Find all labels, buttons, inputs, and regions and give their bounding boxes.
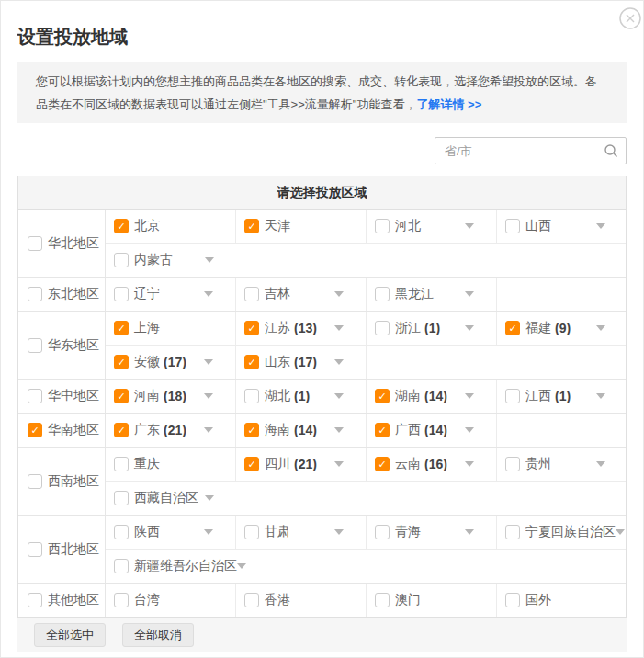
- chevron-down-icon[interactable]: [465, 223, 474, 229]
- province-checkbox[interactable]: ✓: [244, 457, 259, 471]
- chevron-down-icon[interactable]: [465, 427, 474, 433]
- row-filler: [236, 244, 626, 277]
- province-checkbox[interactable]: [505, 389, 520, 403]
- search-icon[interactable]: [604, 143, 618, 162]
- province-subrow: 内蒙古: [106, 243, 626, 277]
- province-checkbox[interactable]: [505, 525, 520, 539]
- province-checkbox[interactable]: [375, 525, 390, 539]
- province-subrow: ✓广东(21)✓海南(14)✓广西(14): [106, 414, 626, 447]
- group-checkbox[interactable]: [28, 593, 42, 607]
- deselect-all-button[interactable]: 全部取消: [122, 623, 194, 647]
- region-group-row: 西南地区重庆✓四川(21)✓云南(16)贵州西藏自治区: [18, 447, 626, 515]
- chevron-down-icon[interactable]: [596, 393, 605, 399]
- check-icon: ✓: [247, 357, 255, 368]
- check-icon: ✓: [247, 323, 255, 334]
- province-item: 甘肃: [236, 516, 367, 549]
- group-checkbox[interactable]: [28, 236, 42, 251]
- province-checkbox[interactable]: [244, 389, 259, 403]
- province-checkbox[interactable]: ✓: [375, 423, 390, 437]
- province-checkbox[interactable]: [244, 525, 259, 539]
- province-checkbox[interactable]: [505, 219, 520, 233]
- chevron-down-icon[interactable]: [205, 257, 214, 263]
- province-checkbox[interactable]: [114, 559, 129, 573]
- chevron-down-icon[interactable]: [204, 529, 213, 535]
- province-checkbox[interactable]: [375, 321, 390, 335]
- search-row: [17, 137, 627, 164]
- chevron-down-icon[interactable]: [204, 359, 213, 365]
- province-checkbox[interactable]: [114, 457, 129, 471]
- province-checkbox[interactable]: ✓: [244, 321, 259, 335]
- region-group-row: 华中地区✓河南(18)湖北(1)✓湖南(14)江西(1): [18, 379, 626, 413]
- chevron-down-icon[interactable]: [204, 291, 213, 297]
- province-checkbox[interactable]: ✓: [114, 389, 129, 403]
- chevron-down-icon[interactable]: [334, 359, 344, 365]
- chevron-down-icon[interactable]: [465, 461, 474, 467]
- province-checkbox[interactable]: [505, 593, 520, 607]
- province-checkbox[interactable]: [114, 491, 129, 505]
- province-checkbox[interactable]: ✓: [114, 219, 129, 233]
- province-checkbox[interactable]: ✓: [244, 423, 259, 437]
- chevron-down-icon[interactable]: [596, 325, 605, 331]
- province-checkbox[interactable]: ✓: [375, 389, 390, 403]
- chevron-down-icon[interactable]: [204, 427, 213, 433]
- group-checkbox[interactable]: ✓: [28, 423, 42, 437]
- province-label: 青海: [395, 524, 421, 540]
- chevron-down-icon[interactable]: [205, 495, 214, 501]
- chevron-down-icon[interactable]: [465, 325, 474, 331]
- province-label: 山西: [525, 218, 551, 234]
- province-item: 江西(1): [497, 380, 627, 413]
- province-label: 澳门: [395, 592, 421, 608]
- check-icon: ✓: [247, 459, 255, 470]
- chevron-down-icon[interactable]: [334, 461, 344, 467]
- chevron-down-icon[interactable]: [465, 529, 474, 535]
- region-group-label: 华南地区: [48, 422, 99, 438]
- province-checkbox[interactable]: [114, 593, 129, 607]
- chevron-down-icon[interactable]: [596, 223, 605, 229]
- province-checkbox[interactable]: ✓: [375, 457, 390, 471]
- group-checkbox[interactable]: [28, 474, 42, 489]
- region-group-cell: 华中地区: [18, 380, 106, 413]
- chevron-down-icon[interactable]: [616, 529, 625, 535]
- province-checkbox[interactable]: ✓: [114, 321, 129, 335]
- province-checkbox[interactable]: [375, 593, 390, 607]
- select-all-button[interactable]: 全部选中: [34, 623, 106, 647]
- province-item: ✓江苏(13): [236, 312, 367, 345]
- group-checkbox[interactable]: [28, 287, 42, 301]
- chevron-down-icon[interactable]: [465, 291, 474, 297]
- region-group-label: 华东地区: [48, 337, 99, 354]
- province-checkbox[interactable]: ✓: [505, 321, 520, 335]
- close-icon[interactable]: [619, 7, 641, 29]
- region-group-row: 华东地区✓上海✓江苏(13)浙江(1)✓福建(9)✓安徽(17)✓山东(17): [18, 311, 626, 379]
- search-input[interactable]: [435, 138, 626, 164]
- province-count: (1): [555, 389, 571, 403]
- province-checkbox[interactable]: ✓: [244, 219, 259, 233]
- group-checkbox[interactable]: [28, 338, 42, 353]
- province-checkbox[interactable]: ✓: [244, 355, 259, 369]
- province-checkbox[interactable]: [114, 287, 129, 301]
- province-checkbox[interactable]: [375, 219, 390, 233]
- check-icon: ✓: [247, 425, 255, 436]
- chevron-down-icon[interactable]: [334, 529, 344, 535]
- chevron-down-icon[interactable]: [334, 325, 344, 331]
- province-item: ✓山东(17): [236, 346, 367, 379]
- learn-more-link[interactable]: 了解详情 >>: [416, 97, 481, 111]
- region-group-label: 其他地区: [48, 592, 99, 608]
- province-subrow: ✓北京✓天津河北山西: [106, 210, 626, 243]
- province-checkbox[interactable]: [114, 525, 129, 539]
- province-checkbox[interactable]: [375, 287, 390, 301]
- province-checkbox[interactable]: ✓: [114, 355, 129, 369]
- province-checkbox[interactable]: [505, 457, 520, 471]
- chevron-down-icon[interactable]: [465, 393, 474, 399]
- group-checkbox[interactable]: [28, 389, 42, 403]
- chevron-down-icon[interactable]: [204, 393, 213, 399]
- chevron-down-icon[interactable]: [334, 393, 344, 399]
- province-checkbox[interactable]: [244, 593, 259, 607]
- group-checkbox[interactable]: [28, 542, 42, 557]
- province-item: ✓湖南(14): [367, 380, 497, 413]
- chevron-down-icon[interactable]: [334, 291, 344, 297]
- province-checkbox[interactable]: [114, 253, 129, 267]
- province-checkbox[interactable]: [244, 287, 259, 301]
- province-checkbox[interactable]: ✓: [114, 423, 129, 437]
- chevron-down-icon[interactable]: [596, 461, 605, 467]
- chevron-down-icon[interactable]: [334, 427, 344, 433]
